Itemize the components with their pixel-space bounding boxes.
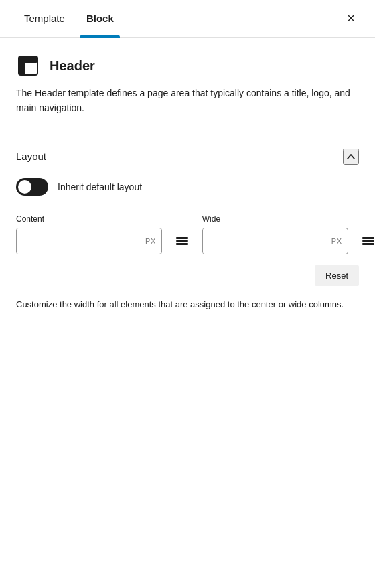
close-icon: × xyxy=(347,11,355,26)
svg-rect-6 xyxy=(362,237,374,239)
layout-collapse-button[interactable] xyxy=(343,149,359,165)
content-align-button[interactable] xyxy=(170,228,194,254)
svg-rect-3 xyxy=(176,237,188,239)
svg-rect-2 xyxy=(19,56,25,75)
svg-rect-7 xyxy=(362,240,374,242)
close-button[interactable]: × xyxy=(340,8,362,29)
reset-row: Reset xyxy=(16,265,359,286)
svg-rect-8 xyxy=(362,243,374,245)
content-input-wrapper: PX xyxy=(16,228,162,254)
header-section: Header The Header template defines a pag… xyxy=(0,38,375,135)
header-title: Header xyxy=(50,58,95,74)
wide-unit-label: PX xyxy=(326,237,348,245)
svg-rect-5 xyxy=(176,243,188,245)
wide-input-wrapper: PX xyxy=(202,228,348,254)
toggle-row: Inherit default layout xyxy=(16,178,359,196)
wide-label: Wide xyxy=(202,214,348,224)
layout-header: Layout xyxy=(16,149,359,165)
wide-width-input[interactable] xyxy=(203,228,326,254)
content-width-input[interactable] xyxy=(17,228,140,254)
tab-block-label: Block xyxy=(86,13,114,24)
inherit-layout-label: Inherit default layout xyxy=(58,181,142,192)
svg-rect-4 xyxy=(176,240,188,242)
content-label: Content xyxy=(16,214,162,224)
width-inputs-row: Content PX Wide PX xyxy=(16,214,359,254)
footer-description: Customize the width for all elements tha… xyxy=(16,298,359,312)
layout-title: Layout xyxy=(16,151,46,162)
tab-block[interactable]: Block xyxy=(76,0,125,37)
inherit-layout-toggle[interactable] xyxy=(16,178,48,196)
header-title-row: Header xyxy=(16,54,359,78)
content-unit-label: PX xyxy=(140,237,161,245)
content-width-field: Content PX xyxy=(16,214,162,254)
header-description: The Header template defines a page area … xyxy=(16,86,359,116)
reset-button[interactable]: Reset xyxy=(315,265,359,286)
tab-template[interactable]: Template xyxy=(13,0,76,37)
tabs-bar: Template Block × xyxy=(0,0,375,38)
layout-icon xyxy=(16,54,40,78)
layout-section: Layout Inherit default layout Content PX xyxy=(0,135,375,328)
tab-template-label: Template xyxy=(24,13,65,24)
wide-width-field: Wide PX xyxy=(202,214,348,254)
wide-align-button[interactable] xyxy=(356,228,375,254)
